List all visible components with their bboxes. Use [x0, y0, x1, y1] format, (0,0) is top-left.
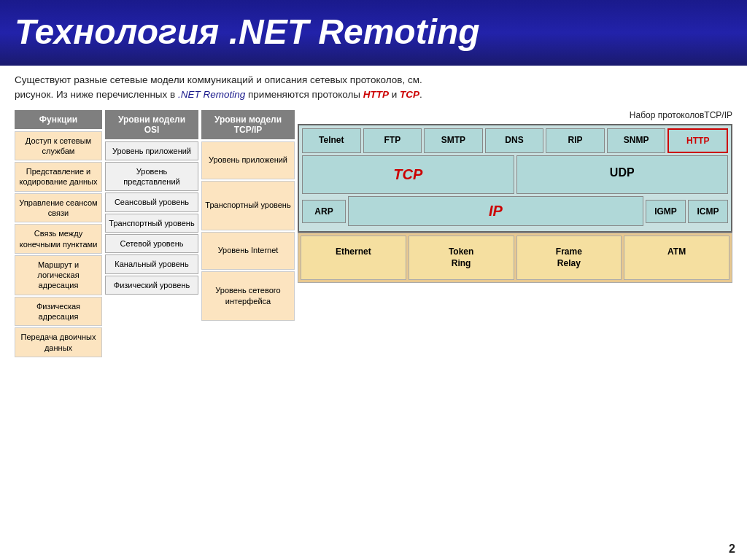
- func-item-3: Управление сеансом связи: [15, 193, 102, 223]
- proto-tcp: TCP: [302, 155, 514, 194]
- func-item-5: Маршрут и логическая адресация: [15, 255, 102, 295]
- proto-row-top: Telnet FTP SMTP DNS RIP SNMP HTTP: [302, 128, 728, 153]
- proto-token-ring: TokenRing: [409, 236, 514, 280]
- tcpip-item-2: Транспортный уровень: [201, 181, 295, 230]
- osi-item-5: Сетевой уровень: [105, 234, 198, 253]
- page-number: 2: [729, 542, 735, 556]
- proto-row-ip: ARP IP IGMP ICMP: [302, 196, 728, 226]
- tcpip-item-3: Уровень Internet: [201, 232, 295, 270]
- protocol-outer-box: Telnet FTP SMTP DNS RIP SNMP HTTP TCP UD…: [298, 124, 732, 233]
- proto-igmp: IGMP: [646, 200, 686, 223]
- intro-line5: .: [419, 89, 422, 100]
- func-item-2: Представление и кодирование данных: [15, 162, 102, 192]
- proto-icmp: ICMP: [688, 200, 728, 223]
- proto-dns: DNS: [485, 128, 544, 153]
- intro-line4: и: [389, 89, 400, 100]
- proto-smtp: SMTP: [424, 128, 483, 153]
- tcpip-item-4: Уровень сетевого интерфейса: [201, 271, 295, 321]
- slide-title: Технология .NET Remoting: [15, 12, 480, 52]
- protocol-header-label: Набор протоколовTCP/IP: [298, 110, 732, 122]
- osi-item-4: Транспортный уровень: [105, 214, 198, 233]
- osi-item-7: Физический уровень: [105, 276, 198, 295]
- func-item-6: Физическая адресация: [15, 297, 102, 327]
- proto-arp: ARP: [302, 200, 346, 223]
- func-item-1: Доступ к сетевым службам: [15, 131, 102, 161]
- proto-snmp: SNMP: [607, 128, 666, 153]
- proto-row-bottom: Ethernet TokenRing FrameRelay ATM: [298, 233, 732, 283]
- col-functions-header: Функции: [15, 110, 102, 129]
- net-remoting-italic: .NET Remoting: [178, 89, 245, 100]
- osi-item-2: Уровень представлений: [105, 162, 198, 192]
- http-label: HTTP: [363, 89, 389, 100]
- proto-ethernet: Ethernet: [301, 236, 406, 280]
- proto-ip: IP: [348, 196, 643, 226]
- intro-line1: Существуют разные сетевые модели коммуни…: [15, 74, 422, 85]
- proto-udp: UDP: [516, 155, 729, 194]
- intro-line3: применяются протоколы: [245, 89, 363, 100]
- col-tcpip-header: Уровни моделиTCP/IP: [201, 110, 295, 139]
- content-area: Существуют разные сетевые модели коммуни…: [0, 66, 747, 366]
- proto-frame-relay: FrameRelay: [516, 236, 622, 280]
- proto-ftp: FTP: [363, 128, 422, 153]
- proto-telnet: Telnet: [302, 128, 361, 153]
- col-protocols: Набор протоколовTCP/IP Telnet FTP SMTP D…: [298, 110, 732, 284]
- osi-item-1: Уровень приложений: [105, 141, 198, 160]
- osi-item-6: Канальный уровень: [105, 254, 198, 273]
- col-tcpip: Уровни моделиTCP/IP Уровень приложений Т…: [201, 110, 295, 322]
- proto-rip: RIP: [546, 128, 605, 153]
- proto-row-transport: TCP UDP: [302, 155, 728, 194]
- diagram-container: Функции Доступ к сетевым службам Предста…: [15, 110, 732, 359]
- intro-paragraph: Существуют разные сетевые модели коммуни…: [15, 73, 732, 103]
- slide-header: Технология .NET Remoting: [0, 0, 747, 66]
- osi-item-3: Сеансовый уровень: [105, 192, 198, 211]
- tcp-label: TCP: [400, 89, 419, 100]
- tcpip-item-1: Уровень приложений: [201, 141, 295, 179]
- proto-http: HTTP: [667, 128, 728, 153]
- proto-atm: ATM: [624, 236, 729, 280]
- intro-line2: рисунок. Из ниже перечисленных в: [15, 89, 178, 100]
- func-item-7: Передача двоичных данных: [15, 327, 102, 357]
- col-functions: Функции Доступ к сетевым службам Предста…: [15, 110, 102, 359]
- col-osi-header: Уровни моделиOSI: [105, 110, 198, 139]
- col-osi: Уровни моделиOSI Уровень приложений Уров…: [105, 110, 198, 296]
- func-item-4: Связь между конечными пунктами: [15, 224, 102, 254]
